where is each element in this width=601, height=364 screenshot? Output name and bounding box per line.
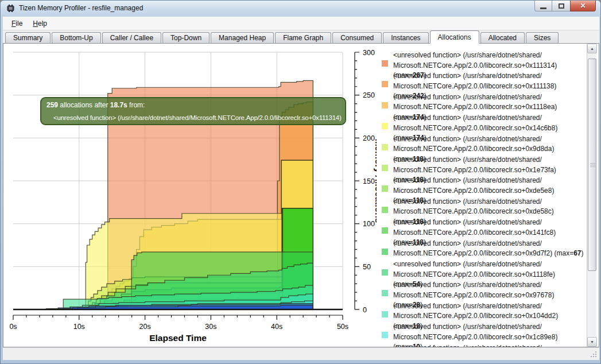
y-axis-title: Memory Allocations <box>374 139 377 223</box>
tab-bar: SummaryBottom-UpCaller / CalleeTop-DownM… <box>3 30 599 43</box>
legend-entry[interactable]: <unresolved function> (/usr/share/dotnet… <box>380 218 584 238</box>
status-bar <box>3 347 599 360</box>
y-tick-label: 150 <box>363 177 375 185</box>
legend-entry[interactable]: <unresolved function> (/usr/share/dotnet… <box>380 155 584 176</box>
y-tick-label: 50 <box>363 263 371 271</box>
legend-swatch-icon <box>382 102 388 109</box>
close-icon: ✕ <box>580 2 586 10</box>
legend-entry[interactable]: <unresolved function> (/usr/share/dotnet… <box>380 176 584 196</box>
tab-top-down[interactable]: Top-Down <box>162 32 210 43</box>
maximize-icon <box>559 3 564 9</box>
app-icon <box>6 4 15 13</box>
tab-instances[interactable]: Instances <box>383 32 428 43</box>
legend-entry[interactable]: <unresolved function> (/usr/share/dotnet… <box>380 322 584 343</box>
y-tick-label: 200 <box>363 134 375 142</box>
legend-swatch-icon <box>382 249 388 255</box>
tab-sizes[interactable]: Sizes <box>526 32 559 43</box>
legend-entry[interactable]: <unresolved function> (/usr/share/dotnet… <box>380 301 584 322</box>
legend-swatch-icon <box>382 165 388 171</box>
content-panel: 0s10s20s30s40s50sElapsed Time05010015020… <box>3 43 599 347</box>
legend-swatch-icon <box>382 227 388 234</box>
tab-flame-graph[interactable]: Flame Graph <box>275 32 331 43</box>
y-tick-label: 100 <box>363 220 375 228</box>
scroll-down-button[interactable]: ▼ <box>587 337 597 347</box>
resize-grip[interactable] <box>590 351 598 358</box>
menu-bar: FileHelp <box>3 17 599 30</box>
y-tick-label: 250 <box>363 91 375 99</box>
legend-scrollbar[interactable]: ▲ ▼ <box>587 44 596 347</box>
tab-summary[interactable]: Summary <box>5 32 51 43</box>
tab-caller-callee[interactable]: Caller / Callee <box>102 32 161 43</box>
legend-entry[interactable]: <unresolved function> (/usr/share/dotnet… <box>380 113 584 134</box>
y-tick-label: 300 <box>363 49 375 57</box>
x-tick-label: 30s <box>205 323 216 331</box>
menu-file[interactable]: File <box>6 18 28 29</box>
legend-entry[interactable]: <unresolved function> (/usr/share/dotnet… <box>380 92 584 113</box>
allocations-area-chart[interactable]: 0s10s20s30s40s50sElapsed Time05010015020… <box>3 44 377 347</box>
minimize-icon <box>540 7 546 9</box>
window-title: Tizen Memory Profiler - resfile_managed <box>19 4 143 12</box>
legend-entry[interactable]: <unresolved function> (/usr/share/dotnet… <box>380 343 584 347</box>
legend-entry-text: <unresolved function> (/usr/share/dotnet… <box>393 239 584 259</box>
tooltip-line1: 259 allocations after 18.7s from: <box>46 101 340 109</box>
x-tick-label: 20s <box>139 323 151 331</box>
legend-entry[interactable]: <unresolved function> (/usr/share/dotnet… <box>380 239 584 260</box>
legend-swatch-icon <box>382 185 388 192</box>
x-tick-label: 50s <box>337 323 348 331</box>
legend-swatch-icon <box>382 269 388 276</box>
close-button[interactable]: ✕ <box>570 1 596 11</box>
legend-swatch-icon <box>382 207 388 213</box>
scrollbar-thumb[interactable] <box>588 59 596 271</box>
x-tick-label: 0s <box>9 323 17 331</box>
legend-swatch-icon <box>382 311 388 317</box>
x-tick-label: 10s <box>73 323 85 331</box>
menu-help[interactable]: Help <box>28 18 52 29</box>
maximize-button[interactable] <box>552 1 570 11</box>
x-axis-title: Elapsed Time <box>149 333 207 343</box>
app-window: Tizen Memory Profiler - resfile_managed … <box>0 0 601 364</box>
legend-swatch-icon <box>382 81 388 87</box>
tooltip-line2: <unresolved function> (/usr/share/dotnet… <box>53 114 340 121</box>
legend-entry[interactable]: <unresolved function> (/usr/share/dotnet… <box>380 280 584 301</box>
legend-entry-text: <unresolved function> (/usr/share/dotnet… <box>393 343 584 347</box>
legend-entry[interactable]: <unresolved function> (/usr/share/dotnet… <box>380 71 584 92</box>
thumb-grip-icon <box>590 165 595 165</box>
legend-swatch-icon <box>382 60 388 67</box>
y-tick-label: 0 <box>363 306 367 314</box>
legend-swatch-icon <box>382 123 388 129</box>
minimize-button[interactable] <box>534 1 552 11</box>
chart-tooltip: 259 allocations after 18.7s from: <unres… <box>40 97 346 125</box>
x-tick-label: 40s <box>271 323 282 331</box>
chart-legend: <unresolved function> (/usr/share/dotnet… <box>380 44 586 347</box>
scroll-up-button[interactable]: ▲ <box>587 44 597 53</box>
legend-entry[interactable]: <unresolved function> (/usr/share/dotnet… <box>380 260 584 280</box>
legend-swatch-icon <box>382 144 388 150</box>
legend-swatch-icon <box>382 332 388 338</box>
arrow-down-icon: ▼ <box>590 340 594 344</box>
tab-allocated[interactable]: Allocated <box>480 32 525 43</box>
legend-entry[interactable]: <unresolved function> (/usr/share/dotnet… <box>380 197 584 218</box>
tab-consumed[interactable]: Consumed <box>332 32 382 43</box>
legend-entry[interactable]: <unresolved function> (/usr/share/dotnet… <box>380 134 584 155</box>
legend-entry[interactable]: <unresolved function> (/usr/share/dotnet… <box>380 51 584 71</box>
tab-bottom-up[interactable]: Bottom-Up <box>52 32 100 43</box>
tab-managed-heap[interactable]: Managed Heap <box>211 32 274 43</box>
legend-swatch-icon <box>382 290 388 296</box>
tab-allocations[interactable]: Allocations <box>430 30 479 44</box>
arrow-up-icon: ▲ <box>590 47 594 51</box>
title-bar[interactable]: Tizen Memory Profiler - resfile_managed … <box>1 1 600 17</box>
